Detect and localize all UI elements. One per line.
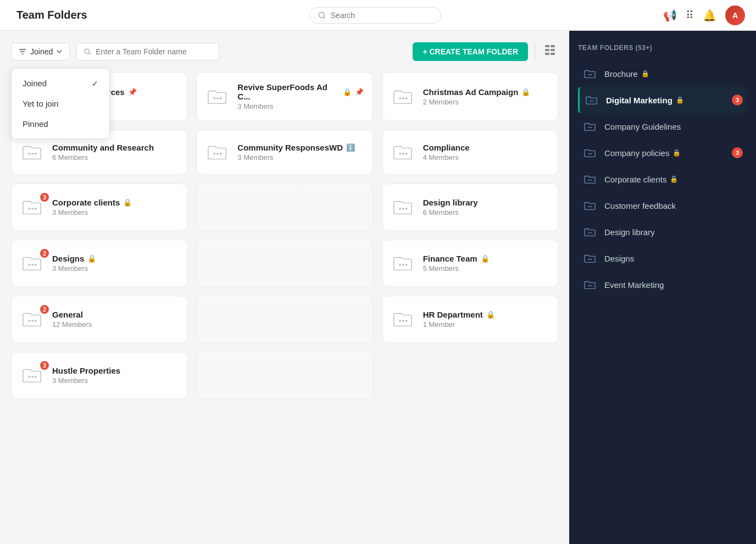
info-icon: ℹ️ [346, 143, 355, 152]
panel-lock-icon: 🔒 [672, 149, 681, 157]
panel-item-name: Event Marketing [604, 280, 743, 290]
svg-point-34 [402, 208, 404, 210]
folder-icon: 3 [20, 363, 45, 387]
view-toggle-button[interactable] [542, 42, 558, 61]
grid-icon[interactable]: ⠿ [686, 9, 694, 22]
svg-point-55 [591, 101, 592, 102]
lock-icon: 🔒 [123, 198, 132, 207]
create-team-folder-button[interactable]: + CREATE TEAM FOLDER [413, 42, 528, 61]
dropdown-item-joined[interactable]: Joined ✓ [12, 73, 109, 93]
panel-item[interactable]: Digital Marketing 🔒 3 [578, 87, 747, 113]
svg-point-77 [591, 285, 592, 286]
folder-card[interactable]: Revive SuperFoods Ad C... 🔒📌 3 Members [196, 72, 373, 121]
svg-point-62 [591, 153, 592, 154]
folder-icon: 3 [20, 195, 45, 219]
folder-card[interactable]: 3 Corporate clients 🔒 3 Members [11, 184, 187, 231]
folder-search-input[interactable] [96, 47, 205, 56]
svg-point-46 [402, 320, 404, 322]
panel-items-list: Brochure 🔒 Digital Marketing 🔒 3 Company… [578, 60, 747, 298]
folder-name: Christmas Ad Campaign 🔒 [423, 87, 549, 97]
svg-point-53 [591, 74, 592, 75]
svg-point-44 [35, 320, 37, 322]
folder-info: Christmas Ad Campaign 🔒 2 Members [423, 87, 549, 106]
folder-name: Corporate clients 🔒 [52, 198, 178, 207]
svg-point-49 [31, 376, 34, 378]
avatar[interactable]: A [725, 5, 745, 25]
notification-badge: 2 [39, 304, 50, 315]
svg-point-75 [588, 285, 589, 286]
megaphone-icon[interactable]: 📢 [663, 9, 677, 22]
folder-card[interactable]: Community ResponsesWD ℹ️ 3 Members [196, 130, 373, 175]
panel-item-icon [584, 92, 599, 108]
filter-icon [18, 47, 27, 56]
dropdown-item-yet-to-join[interactable]: Yet to join [12, 93, 109, 114]
svg-point-63 [588, 180, 589, 181]
panel-item-name: Customer feedback [604, 201, 743, 210]
panel-item-name: Brochure 🔒 [604, 69, 743, 79]
svg-point-16 [216, 97, 219, 99]
panel-item-icon [582, 119, 598, 134]
svg-rect-6 [545, 45, 549, 47]
folder-info: Design library 6 Members [423, 198, 549, 217]
panel-item[interactable]: Company policies 🔒 3 [578, 140, 747, 166]
svg-rect-11 [551, 53, 555, 55]
header-center [87, 7, 663, 24]
panel-item[interactable]: Event Marketing [578, 271, 747, 298]
search-icon [318, 11, 326, 20]
svg-rect-8 [545, 49, 549, 51]
svg-point-56 [593, 101, 594, 102]
panel-item[interactable]: Corporate clients 🔒 [578, 166, 747, 192]
panel-item-icon [582, 171, 598, 187]
folder-icon [391, 85, 415, 109]
svg-point-40 [402, 264, 404, 266]
dropdown-item-pinned[interactable]: Pinned [12, 114, 109, 134]
folder-card[interactable] [196, 240, 373, 287]
folder-members: 6 Members [423, 208, 549, 217]
folder-card[interactable]: Finance Team 🔒 5 Members [382, 240, 558, 287]
panel-item-name: Design library [604, 227, 743, 237]
svg-point-37 [31, 264, 34, 266]
folder-members: 3 Members [237, 153, 363, 162]
svg-point-50 [35, 376, 37, 378]
app-title: Team Folders [16, 9, 87, 21]
svg-rect-10 [545, 53, 549, 55]
svg-point-67 [590, 206, 591, 207]
svg-point-20 [405, 97, 407, 99]
bell-icon[interactable]: 🔔 [703, 9, 716, 22]
panel-item[interactable]: Customer feedback [578, 192, 747, 219]
folder-name: Designs 🔒 [52, 254, 178, 263]
global-search[interactable] [309, 7, 441, 24]
folder-card[interactable] [196, 352, 373, 399]
folder-members: 4 Members [423, 153, 549, 162]
folder-icon [391, 307, 415, 331]
folder-members: 2 Members [423, 98, 549, 106]
global-search-input[interactable] [331, 11, 430, 20]
folder-info: Corporate clients 🔒 3 Members [52, 198, 178, 217]
folder-card[interactable] [196, 296, 373, 343]
folder-card[interactable]: Design library 6 Members [382, 184, 558, 231]
folder-card[interactable]: 2 Designs 🔒 3 Members [11, 240, 187, 287]
folder-card[interactable]: Compliance 4 Members [382, 130, 558, 175]
svg-point-31 [31, 208, 34, 210]
notification-badge: 2 [39, 248, 50, 259]
right-panel: TEAM FOLDERS (53+) Brochure 🔒 Digital Ma… [569, 31, 756, 544]
folder-card[interactable]: HR Department 🔒 1 Member [382, 296, 558, 343]
lock-icon: 🔒 [521, 88, 530, 96]
folder-card[interactable]: 2 General 12 Members [11, 296, 187, 343]
panel-item[interactable]: Designs [578, 245, 747, 271]
folder-name: Compliance [423, 143, 549, 152]
svg-point-66 [588, 206, 589, 207]
panel-item[interactable]: Company Guidelines [578, 113, 747, 140]
svg-point-51 [588, 74, 589, 75]
folder-card[interactable]: Christmas Ad Campaign 🔒 2 Members [382, 72, 558, 121]
divider [535, 43, 535, 60]
folder-card[interactable] [196, 184, 373, 231]
folder-search[interactable] [76, 43, 219, 60]
svg-point-38 [35, 264, 37, 266]
panel-item[interactable]: Design library [578, 219, 747, 245]
folder-card[interactable]: 3 Hustle Properties 3 Members [11, 352, 187, 399]
filter-button[interactable]: Joined [11, 43, 70, 60]
pin-icon: 📌 [355, 88, 364, 96]
svg-point-41 [405, 264, 407, 266]
panel-item[interactable]: Brochure 🔒 [578, 60, 747, 87]
